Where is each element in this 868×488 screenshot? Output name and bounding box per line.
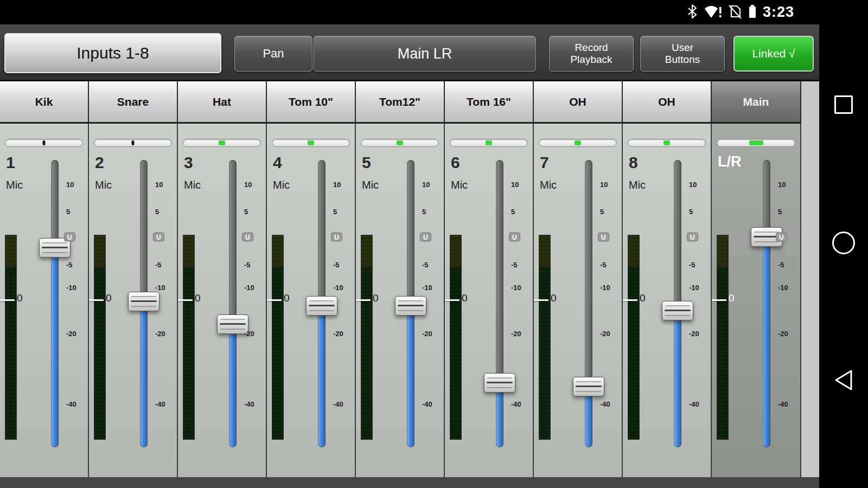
fader-scale: 105U-5-10-20-40: [331, 160, 354, 447]
channel-strip-body: 5 Mic 0 105U-5-10-20-40: [356, 124, 445, 488]
fader-scale-label: 10: [333, 181, 341, 189]
pan-position-tick: [308, 140, 314, 145]
fader-scale-label: U: [598, 233, 609, 242]
fader-scale-label: 5: [778, 208, 782, 216]
pan-position-tick: [132, 140, 135, 145]
channel-name-button[interactable]: Kik: [0, 81, 89, 124]
channel-source-label: Mic: [95, 179, 112, 191]
main-lr-button[interactable]: Main LR: [314, 36, 536, 72]
meter-zero-label: 0: [373, 292, 379, 304]
inputs-1-8-button[interactable]: Inputs 1-8: [4, 33, 221, 73]
pan-slider[interactable]: [272, 139, 350, 147]
channel-name-button[interactable]: Snare: [89, 81, 178, 124]
pan-slider[interactable]: [94, 139, 172, 147]
fader-track[interactable]: [496, 160, 503, 447]
fader-scale-label: -5: [511, 261, 518, 269]
fader-scale-label: 5: [244, 208, 248, 216]
fader-scale-label: 5: [333, 208, 337, 216]
fader-fill: [763, 237, 770, 447]
pan-slider[interactable]: [450, 139, 528, 147]
battery-icon: [748, 4, 757, 21]
fader-track[interactable]: [229, 160, 237, 447]
fader-scale-label: -20: [422, 330, 432, 338]
pan-position-tick: [43, 140, 46, 145]
channel-name-button[interactable]: OH: [623, 81, 712, 124]
pan-slider[interactable]: [361, 139, 439, 147]
meter-zero-tick: [178, 299, 193, 301]
pan-position-tick: [219, 140, 225, 145]
home-icon[interactable]: [832, 232, 855, 254]
no-sim-icon: [728, 4, 742, 21]
android-nav-bar: [819, 24, 868, 488]
meter-zero-tick: [356, 299, 371, 301]
meter-zero-label: 0: [106, 292, 112, 304]
fader-scale-label: -10: [244, 284, 254, 292]
user-buttons-label-line1: User: [672, 42, 693, 54]
channel-name-label: Main: [743, 95, 769, 108]
fader-scale-label: -10: [511, 284, 521, 292]
fader-track[interactable]: [51, 160, 59, 447]
fader-scale-label: U: [687, 233, 698, 242]
channel-name-button[interactable]: Hat: [178, 81, 267, 124]
fader-scale-label: -20: [155, 330, 165, 338]
fader-scale-label: -40: [422, 400, 432, 408]
pan-position-tick: [575, 140, 581, 145]
user-buttons-button[interactable]: User Buttons: [640, 36, 725, 72]
record-playback-button[interactable]: Record Playback: [549, 36, 634, 72]
fader-scale-label: -5: [778, 261, 784, 269]
fader-scale-label: -20: [778, 330, 788, 338]
fader-track[interactable]: [763, 160, 770, 447]
pan-view-button[interactable]: Pan: [234, 36, 312, 72]
channel-strip: OH 7 Mic 0 105U-5-10-20-40: [534, 81, 623, 488]
channel-strip-body: 1 Mic 0 105U-5-10-20-40: [0, 124, 89, 488]
fader-scale-label: -10: [600, 284, 610, 292]
fader-scale-label: 5: [511, 208, 515, 216]
pan-slider[interactable]: [628, 139, 706, 147]
pan-slider[interactable]: [539, 139, 617, 147]
pan-slider[interactable]: [717, 139, 795, 147]
channel-source-label: Mic: [451, 179, 468, 191]
channel-name-label: OH: [658, 95, 675, 108]
meter-zero-label: 0: [462, 292, 468, 304]
channel-name-label: Tom12": [379, 95, 420, 108]
fader-scale-label: U: [776, 233, 787, 242]
channel-strip: Tom 10" 4 Mic 0 105U-5-10-20-40: [267, 81, 356, 488]
channel-name-button[interactable]: Tom 16": [445, 81, 534, 124]
fader-fill: [674, 311, 681, 447]
recents-icon[interactable]: [834, 95, 853, 114]
back-icon[interactable]: [834, 369, 853, 393]
fader-scale-label: -20: [244, 330, 254, 338]
fader-scale: 105U-5-10-20-40: [598, 160, 621, 447]
pan-slider[interactable]: [5, 139, 83, 147]
fader-scale-label: -20: [333, 330, 343, 338]
linked-toggle-button[interactable]: Linked √: [733, 36, 814, 72]
channel-name-button[interactable]: Tom12": [356, 81, 445, 124]
channel-strip: Main L/R 0 105U-5-10-20-40: [712, 81, 801, 488]
channel-name-button[interactable]: Main: [712, 81, 801, 124]
fader-scale-label: -10: [155, 284, 165, 292]
pan-position-tick: [663, 140, 670, 145]
channel-strip: OH 8 Mic 0 105U-5-10-20-40: [623, 81, 712, 488]
pan-slider[interactable]: [183, 139, 261, 147]
fader-scale-label: -40: [66, 400, 76, 408]
fader-scale-label: U: [420, 233, 431, 242]
wifi-alert-icon: [704, 4, 722, 21]
fader-scale-label: U: [242, 233, 253, 242]
fader-scale-label: -40: [689, 400, 699, 408]
bottom-band: [0, 477, 819, 488]
fader-scale-label: -10: [422, 284, 432, 292]
fader-scale-label: -10: [689, 284, 699, 292]
fader-scale-label: 10: [689, 181, 697, 189]
channel-name-button[interactable]: OH: [534, 81, 623, 124]
meter-zero-label: 0: [729, 292, 735, 304]
channel-name-button[interactable]: Tom 10": [267, 81, 356, 124]
channel-source-label: Mic: [6, 179, 23, 191]
channel-source-label: Mic: [362, 179, 379, 191]
fader-track[interactable]: [585, 160, 592, 447]
fader-fill: [229, 324, 236, 447]
channel-name-label: Snare: [117, 95, 149, 108]
meter-zero-tick: [712, 299, 726, 301]
level-meter: [183, 235, 195, 440]
fader-scale-label: -40: [511, 400, 521, 408]
channel-name-label: Tom 10": [289, 95, 333, 108]
